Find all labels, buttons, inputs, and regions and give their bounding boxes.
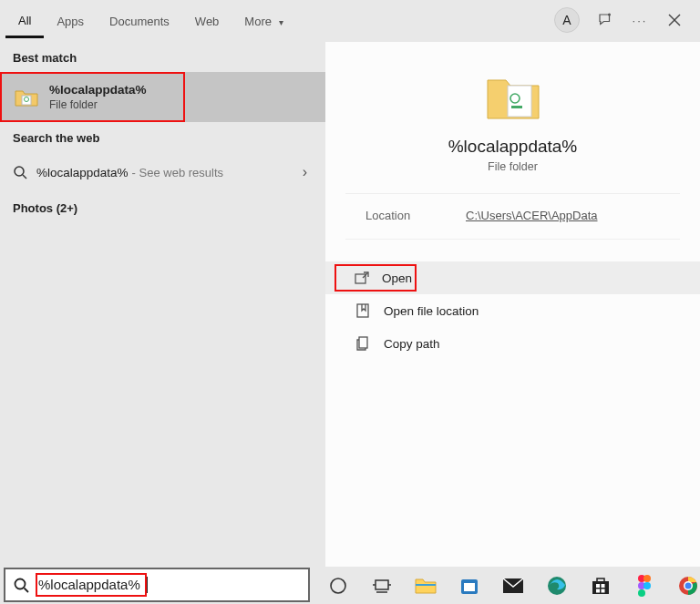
svg-rect-12 <box>357 304 368 317</box>
svg-point-34 <box>643 582 651 589</box>
best-match-item[interactable]: %localappdata% File folder <box>0 72 185 122</box>
open-icon <box>355 271 369 284</box>
tab-more[interactable]: More ▾ <box>232 4 295 37</box>
taskbar: %localappdata% <box>0 567 700 604</box>
svg-point-38 <box>685 582 692 589</box>
svg-point-5 <box>15 167 24 176</box>
preview-pane: %localappdata% File folder Location C:\U… <box>325 42 700 567</box>
main-area: Best match %localappdata% File folder Se… <box>0 42 700 567</box>
mail-icon[interactable] <box>501 574 525 598</box>
svg-rect-30 <box>602 589 605 592</box>
action-open[interactable]: Open <box>335 264 417 292</box>
preview-title: %localappdata% <box>448 137 578 157</box>
tab-web[interactable]: Web <box>182 4 232 37</box>
figma-icon[interactable] <box>633 574 656 598</box>
search-web-header: Search the web <box>0 122 325 152</box>
svg-rect-28 <box>602 584 605 588</box>
svg-rect-23 <box>464 583 475 591</box>
header-row: All Apps Documents Web More ▾ A ··· <box>0 0 700 42</box>
user-avatar[interactable]: A <box>554 7 580 33</box>
search-input-text[interactable]: %localappdata% <box>36 574 146 596</box>
svg-rect-17 <box>376 580 388 589</box>
task-view-icon[interactable] <box>370 574 394 598</box>
file-explorer-icon[interactable] <box>414 574 438 598</box>
store-app-icon[interactable] <box>458 574 481 598</box>
feedback-icon[interactable] <box>596 11 614 29</box>
search-icon <box>13 577 29 593</box>
chevron-down-icon: ▾ <box>279 17 283 27</box>
action-list: Open Open file location Copy path <box>325 249 700 360</box>
open-location-icon <box>355 303 371 318</box>
chevron-right-icon: › <box>303 164 313 180</box>
search-box[interactable]: %localappdata% <box>4 568 310 602</box>
best-match-subtitle: File folder <box>49 98 147 111</box>
location-row: Location C:\Users\ACER\AppData <box>345 194 680 239</box>
cortana-icon[interactable] <box>326 574 350 598</box>
svg-line-15 <box>25 588 29 592</box>
svg-rect-21 <box>416 584 436 586</box>
svg-point-35 <box>638 589 645 597</box>
preview-subtitle: File folder <box>488 160 538 173</box>
location-value[interactable]: C:\Users\ACER\AppData <box>466 209 598 222</box>
search-icon <box>13 165 36 179</box>
action-copy-path[interactable]: Copy path <box>335 327 700 360</box>
svg-rect-29 <box>596 589 600 592</box>
action-open-location-label: Open file location <box>384 304 479 318</box>
header-controls: A ··· <box>554 0 700 40</box>
search-tabs: All Apps Documents Web More ▾ <box>0 0 296 40</box>
svg-line-6 <box>23 175 26 179</box>
tab-more-label: More <box>244 15 272 28</box>
folder-large-icon <box>484 71 542 122</box>
preview-header: %localappdata% File folder <box>345 42 680 194</box>
svg-rect-26 <box>592 581 609 594</box>
action-copy-path-label: Copy path <box>384 337 440 351</box>
web-result-hint: - See web results <box>132 166 223 179</box>
best-match-title: %localappdata% <box>49 83 147 97</box>
svg-point-0 <box>608 14 611 16</box>
action-open-label: Open <box>382 271 412 285</box>
svg-point-16 <box>331 578 345 593</box>
location-label: Location <box>365 209 466 222</box>
folder-icon <box>13 87 40 107</box>
taskbar-icons <box>326 574 700 598</box>
ms-store-icon[interactable] <box>589 574 612 598</box>
svg-rect-10 <box>355 274 365 283</box>
tab-apps[interactable]: Apps <box>44 4 97 37</box>
web-result-item[interactable]: %localappdata% - See web results › <box>0 152 325 192</box>
text-cursor <box>147 577 148 593</box>
svg-rect-27 <box>596 584 600 588</box>
close-icon[interactable] <box>665 11 684 29</box>
action-open-file-location[interactable]: Open file location <box>335 294 700 327</box>
copy-icon <box>355 336 371 351</box>
svg-point-32 <box>643 575 651 582</box>
svg-rect-13 <box>359 337 367 348</box>
svg-point-14 <box>15 578 26 589</box>
edge-icon[interactable] <box>545 574 569 598</box>
chrome-icon[interactable] <box>676 574 700 598</box>
divider <box>345 239 680 240</box>
tab-all[interactable]: All <box>5 3 44 38</box>
svg-rect-9 <box>511 106 522 108</box>
results-pane: Best match %localappdata% File folder Se… <box>0 42 325 567</box>
more-options-icon[interactable]: ··· <box>631 11 649 29</box>
photos-header[interactable]: Photos (2+) <box>0 192 325 224</box>
web-result-query: %localappdata% <box>36 166 129 179</box>
best-match-header: Best match <box>0 42 325 72</box>
tab-documents[interactable]: Documents <box>97 4 182 37</box>
